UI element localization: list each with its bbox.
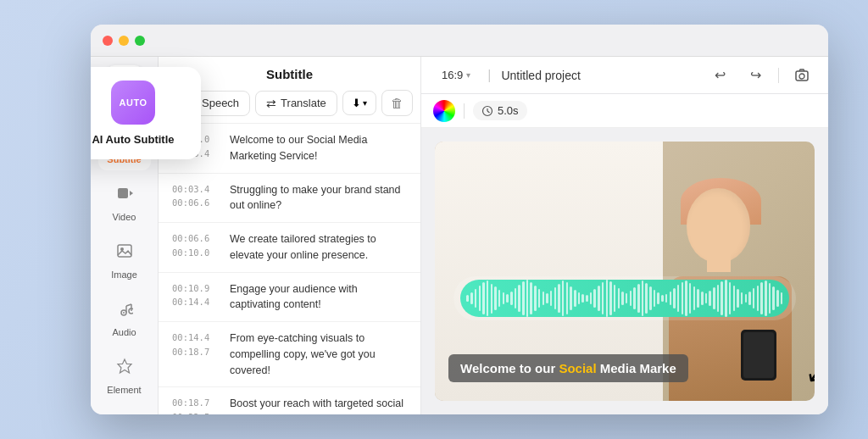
waveform-bar	[510, 292, 513, 305]
waveform-bar	[542, 292, 545, 305]
screenshot-button[interactable]	[789, 63, 815, 88]
waveform-bar	[670, 292, 672, 305]
waveform-bar	[685, 281, 687, 316]
floating-card: AUTO AI Auto Subtitle	[91, 67, 201, 159]
close-button[interactable]	[103, 36, 113, 46]
sidebar-element-label: Element	[107, 385, 141, 395]
waveform-bar	[753, 288, 755, 308]
undo-button[interactable]: ↩	[707, 63, 732, 88]
waveform-bar	[757, 286, 760, 311]
translate-button[interactable]: ⇄ Translate	[255, 91, 337, 116]
svg-rect-8	[118, 188, 128, 198]
waveform-container	[453, 276, 795, 320]
waveform-bar	[725, 280, 727, 317]
redo-button[interactable]: ↪	[743, 63, 768, 88]
maximize-button[interactable]	[135, 36, 145, 46]
waveform-bar	[602, 282, 604, 314]
sidebar-item-image[interactable]: Image	[98, 230, 151, 286]
audio-icon	[109, 293, 140, 324]
waveform-bar	[721, 281, 723, 315]
sidebar-item-audio[interactable]: Audio	[98, 287, 151, 343]
waveform-bar	[526, 280, 529, 317]
waveform-bar	[598, 286, 600, 311]
download-icon: ⬇	[352, 97, 361, 109]
subtitle-entry[interactable]: 00:14.400:18.7 From eye-catching visuals…	[159, 322, 420, 387]
waveform-bar	[578, 292, 581, 304]
download-chevron-icon: ▾	[363, 98, 367, 108]
waveform-bar	[733, 286, 736, 311]
waveform-bar	[769, 283, 771, 314]
waveform-bar	[709, 291, 711, 306]
waveform-bar	[781, 292, 783, 304]
waveform-bar	[618, 288, 620, 308]
waveform-bar	[772, 286, 775, 310]
svg-point-20	[799, 74, 804, 79]
waveform-bar	[645, 283, 648, 314]
subtitle-entry[interactable]: 00:10.900:14.4 Engage your audience with…	[159, 273, 420, 323]
subtitle-text-suffix: Media Marke	[597, 361, 676, 375]
undo-icon: ↩	[715, 67, 726, 83]
topbar-divider	[778, 68, 779, 83]
waveform-bar	[741, 292, 743, 304]
screenshot-icon	[794, 68, 810, 83]
color-wheel-button[interactable]	[433, 100, 455, 122]
subtitle-time: 00:06.600:10.0	[172, 231, 221, 264]
subtitle-text-background: Welcome to our Social Media Marke	[448, 354, 688, 382]
waveform-bar	[717, 285, 720, 312]
waveform-bar	[574, 290, 576, 307]
waveform-bar	[590, 292, 593, 304]
waveform-bar	[586, 295, 588, 302]
subtitle-entry[interactable]: 00:06.600:10.0 We create tailored strate…	[159, 223, 420, 273]
sidebar-item-element[interactable]: Element	[98, 345, 151, 401]
project-title: Untitled project	[501, 69, 697, 82]
waveform-bar	[630, 291, 632, 306]
waveform-bar	[466, 295, 469, 302]
face-shape	[687, 188, 750, 263]
waveform-bar	[554, 287, 557, 309]
subtitle-entry[interactable]: 00:18.700:22.5 Boost your reach with tar…	[159, 387, 420, 414]
subtitle-time: 00:03.400:06.6	[172, 182, 221, 214]
waveform-bar	[657, 292, 659, 304]
preview-topbar: 16:9 ▾ | Untitled project ↩ ↪	[421, 57, 828, 94]
waveform-bar	[491, 284, 493, 314]
waveform-bar	[693, 286, 696, 310]
svg-rect-10	[118, 245, 131, 257]
aspect-ratio-button[interactable]: 16:9 ▾	[435, 65, 477, 85]
redo-icon: ↪	[750, 67, 761, 83]
clock-icon	[481, 105, 493, 117]
minimize-button[interactable]	[119, 36, 129, 46]
waveform-bar	[737, 289, 739, 308]
waveform-bar	[776, 290, 779, 307]
delete-button[interactable]: 🗑	[381, 90, 413, 116]
waveform-bar	[745, 294, 748, 303]
element-icon	[109, 351, 140, 381]
waveform-bar	[729, 282, 732, 314]
waveform-bar	[494, 286, 497, 310]
subtitle-list: 00:00.000:03.4 Welcome to our Social Med…	[159, 124, 420, 414]
preview-area: 16:9 ▾ | Untitled project ↩ ↪	[421, 57, 828, 414]
toolbar-divider	[464, 103, 465, 119]
svg-marker-9	[130, 191, 133, 196]
subtitle-text-highlight: Social	[559, 361, 596, 375]
waveform-bar	[642, 281, 644, 316]
waveform-bar	[498, 290, 501, 307]
aspect-ratio-value: 16:9	[442, 69, 463, 81]
waveform-bar	[760, 282, 763, 314]
subtitle-time: 00:10.900:14.4	[172, 281, 221, 314]
translate-icon: ⇄	[266, 97, 276, 110]
download-button[interactable]: ⬇ ▾	[342, 91, 376, 115]
waveform-bar	[570, 286, 572, 310]
waveform-bar	[665, 294, 668, 303]
svg-line-23	[487, 111, 490, 113]
titlebar	[91, 25, 828, 57]
duration-value: 5.0s	[498, 104, 519, 117]
waveform-bar	[487, 281, 489, 316]
trash-icon: 🗑	[391, 96, 403, 110]
subtitle-entry[interactable]: 00:03.400:06.6 Struggling to make your b…	[159, 174, 420, 224]
waveform-bar	[518, 285, 520, 312]
sidebar-item-video[interactable]: Video	[98, 172, 151, 228]
subtitle-time: 00:14.400:18.7	[172, 331, 221, 378]
sidebar-image-label: Image	[111, 270, 137, 280]
waveform-bar	[697, 289, 699, 308]
waveform-bar	[606, 280, 609, 317]
